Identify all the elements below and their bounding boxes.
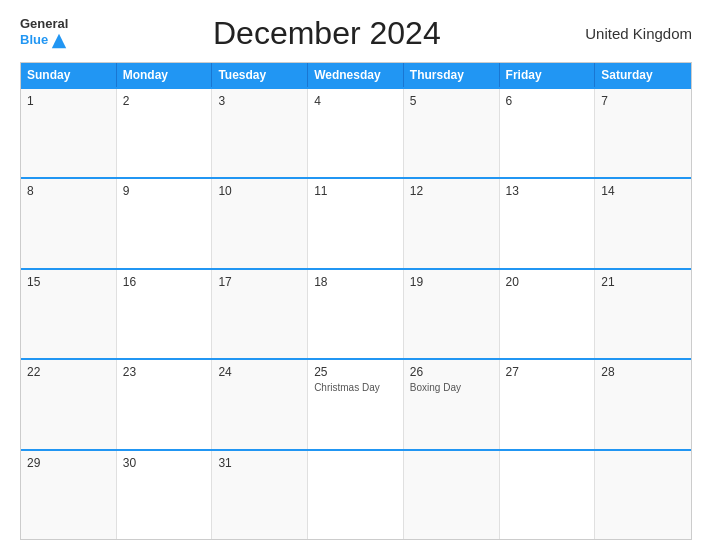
day-number: 29 xyxy=(27,456,110,470)
calendar-cell-w5-d4 xyxy=(308,451,404,539)
day-number: 11 xyxy=(314,184,397,198)
calendar-cell-w2-d7: 14 xyxy=(595,179,691,267)
calendar-cell-w5-d1: 29 xyxy=(21,451,117,539)
svg-marker-0 xyxy=(52,33,66,47)
day-number: 5 xyxy=(410,94,493,108)
day-number: 31 xyxy=(218,456,301,470)
country-label: United Kingdom xyxy=(585,25,692,42)
page-title: December 2024 xyxy=(213,15,441,52)
day-number: 23 xyxy=(123,365,206,379)
header-day-friday: Friday xyxy=(500,63,596,87)
header-day-monday: Monday xyxy=(117,63,213,87)
calendar-cell-w3-d4: 18 xyxy=(308,270,404,358)
calendar-cell-w3-d5: 19 xyxy=(404,270,500,358)
logo-icon xyxy=(50,32,68,50)
day-number: 28 xyxy=(601,365,685,379)
calendar-cell-w5-d3: 31 xyxy=(212,451,308,539)
header: General Blue December 2024 United Kingdo… xyxy=(20,15,692,52)
calendar-cell-w2-d3: 10 xyxy=(212,179,308,267)
calendar-cell-w1-d7: 7 xyxy=(595,89,691,177)
day-number: 25 xyxy=(314,365,397,379)
logo-blue-text: Blue xyxy=(20,33,48,47)
calendar-cell-w4-d2: 23 xyxy=(117,360,213,448)
day-number: 12 xyxy=(410,184,493,198)
header-day-saturday: Saturday xyxy=(595,63,691,87)
calendar-cell-w5-d7 xyxy=(595,451,691,539)
calendar-week-2: 891011121314 xyxy=(21,177,691,267)
day-number: 17 xyxy=(218,275,301,289)
logo-general-text: General xyxy=(20,17,68,31)
calendar-cell-w3-d1: 15 xyxy=(21,270,117,358)
calendar-header-row: SundayMondayTuesdayWednesdayThursdayFrid… xyxy=(21,63,691,87)
calendar-cell-w3-d3: 17 xyxy=(212,270,308,358)
calendar-week-1: 1234567 xyxy=(21,87,691,177)
day-number: 13 xyxy=(506,184,589,198)
day-number: 3 xyxy=(218,94,301,108)
day-number: 4 xyxy=(314,94,397,108)
day-number: 6 xyxy=(506,94,589,108)
calendar-cell-w3-d6: 20 xyxy=(500,270,596,358)
calendar-cell-w4-d5: 26Boxing Day xyxy=(404,360,500,448)
calendar-cell-w2-d5: 12 xyxy=(404,179,500,267)
calendar-body: 1234567891011121314151617181920212223242… xyxy=(21,87,691,539)
calendar-grid: SundayMondayTuesdayWednesdayThursdayFrid… xyxy=(20,62,692,540)
day-number: 1 xyxy=(27,94,110,108)
calendar-cell-w1-d1: 1 xyxy=(21,89,117,177)
calendar-week-4: 22232425Christmas Day26Boxing Day2728 xyxy=(21,358,691,448)
day-number: 8 xyxy=(27,184,110,198)
calendar-cell-w1-d3: 3 xyxy=(212,89,308,177)
calendar-cell-w1-d4: 4 xyxy=(308,89,404,177)
day-number: 9 xyxy=(123,184,206,198)
header-day-sunday: Sunday xyxy=(21,63,117,87)
calendar-cell-w2-d2: 9 xyxy=(117,179,213,267)
logo: General Blue xyxy=(20,17,68,49)
calendar-cell-w5-d2: 30 xyxy=(117,451,213,539)
day-number: 14 xyxy=(601,184,685,198)
calendar-cell-w4-d4: 25Christmas Day xyxy=(308,360,404,448)
calendar-week-3: 15161718192021 xyxy=(21,268,691,358)
header-day-tuesday: Tuesday xyxy=(212,63,308,87)
calendar-cell-w4-d3: 24 xyxy=(212,360,308,448)
calendar-cell-w3-d2: 16 xyxy=(117,270,213,358)
day-number: 20 xyxy=(506,275,589,289)
holiday-label: Boxing Day xyxy=(410,382,493,394)
day-number: 16 xyxy=(123,275,206,289)
calendar-cell-w1-d5: 5 xyxy=(404,89,500,177)
day-number: 15 xyxy=(27,275,110,289)
calendar-week-5: 293031 xyxy=(21,449,691,539)
calendar-cell-w2-d4: 11 xyxy=(308,179,404,267)
day-number: 10 xyxy=(218,184,301,198)
calendar-cell-w5-d5 xyxy=(404,451,500,539)
calendar-cell-w4-d6: 27 xyxy=(500,360,596,448)
calendar-cell-w3-d7: 21 xyxy=(595,270,691,358)
day-number: 30 xyxy=(123,456,206,470)
day-number: 27 xyxy=(506,365,589,379)
calendar-cell-w2-d6: 13 xyxy=(500,179,596,267)
day-number: 18 xyxy=(314,275,397,289)
calendar-cell-w5-d6 xyxy=(500,451,596,539)
header-day-wednesday: Wednesday xyxy=(308,63,404,87)
day-number: 21 xyxy=(601,275,685,289)
holiday-label: Christmas Day xyxy=(314,382,397,394)
day-number: 2 xyxy=(123,94,206,108)
day-number: 24 xyxy=(218,365,301,379)
header-day-thursday: Thursday xyxy=(404,63,500,87)
calendar-page: General Blue December 2024 United Kingdo… xyxy=(0,0,712,550)
day-number: 22 xyxy=(27,365,110,379)
calendar-cell-w4-d1: 22 xyxy=(21,360,117,448)
day-number: 26 xyxy=(410,365,493,379)
calendar-cell-w1-d6: 6 xyxy=(500,89,596,177)
calendar-cell-w2-d1: 8 xyxy=(21,179,117,267)
calendar-cell-w1-d2: 2 xyxy=(117,89,213,177)
calendar-cell-w4-d7: 28 xyxy=(595,360,691,448)
day-number: 7 xyxy=(601,94,685,108)
day-number: 19 xyxy=(410,275,493,289)
